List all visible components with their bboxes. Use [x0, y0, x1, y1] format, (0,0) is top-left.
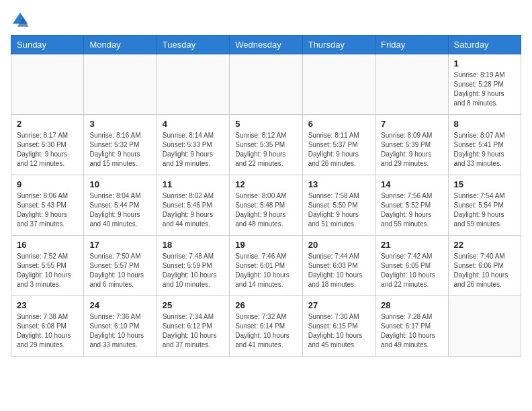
day-info: Sunrise: 8:11 AM Sunset: 5:37 PM Dayligh…	[308, 131, 369, 169]
calendar-cell: 10Sunrise: 8:04 AM Sunset: 5:44 PM Dayli…	[84, 175, 157, 236]
calendar-header-friday: Friday	[375, 36, 448, 54]
calendar-cell: 28Sunrise: 7:28 AM Sunset: 6:17 PM Dayli…	[375, 296, 448, 357]
day-info: Sunrise: 7:30 AM Sunset: 6:15 PM Dayligh…	[308, 312, 369, 350]
calendar-cell: 24Sunrise: 7:36 AM Sunset: 6:10 PM Dayli…	[84, 296, 157, 357]
day-number: 2	[17, 119, 78, 129]
day-number: 20	[308, 240, 369, 250]
page-header	[11, 11, 521, 30]
day-number: 11	[163, 179, 224, 189]
calendar-cell: 4Sunrise: 8:14 AM Sunset: 5:33 PM Daylig…	[157, 115, 229, 175]
day-info: Sunrise: 8:14 AM Sunset: 5:33 PM Dayligh…	[163, 131, 224, 169]
day-number: 3	[89, 119, 150, 129]
day-info: Sunrise: 7:42 AM Sunset: 6:05 PM Dayligh…	[381, 252, 442, 289]
day-info: Sunrise: 7:48 AM Sunset: 5:59 PM Dayligh…	[163, 252, 224, 289]
calendar-cell	[448, 296, 521, 357]
day-info: Sunrise: 7:28 AM Sunset: 6:17 PM Dayligh…	[381, 312, 442, 350]
day-number: 27	[308, 300, 369, 310]
day-info: Sunrise: 8:06 AM Sunset: 5:43 PM Dayligh…	[17, 191, 78, 229]
calendar-cell: 3Sunrise: 8:16 AM Sunset: 5:32 PM Daylig…	[84, 115, 157, 175]
day-number: 15	[454, 179, 515, 189]
calendar-cell: 5Sunrise: 8:12 AM Sunset: 5:35 PM Daylig…	[230, 115, 302, 175]
calendar-cell: 27Sunrise: 7:30 AM Sunset: 6:15 PM Dayli…	[302, 296, 375, 357]
calendar-cell: 2Sunrise: 8:17 AM Sunset: 5:30 PM Daylig…	[11, 115, 84, 175]
calendar-cell: 26Sunrise: 7:32 AM Sunset: 6:14 PM Dayli…	[230, 296, 302, 357]
day-info: Sunrise: 7:46 AM Sunset: 6:01 PM Dayligh…	[235, 252, 296, 289]
day-info: Sunrise: 7:54 AM Sunset: 5:54 PM Dayligh…	[454, 191, 515, 229]
calendar-cell	[230, 54, 302, 115]
calendar-cell: 6Sunrise: 8:11 AM Sunset: 5:37 PM Daylig…	[302, 115, 375, 175]
calendar-cell: 9Sunrise: 8:06 AM Sunset: 5:43 PM Daylig…	[11, 175, 84, 236]
logo-icon	[11, 11, 30, 30]
day-number: 6	[308, 119, 369, 129]
calendar-header-sunday: Sunday	[11, 36, 84, 54]
day-number: 23	[17, 300, 78, 310]
calendar-cell	[375, 54, 448, 115]
day-number: 24	[89, 300, 150, 310]
day-info: Sunrise: 8:00 AM Sunset: 5:48 PM Dayligh…	[235, 191, 296, 229]
day-info: Sunrise: 8:19 AM Sunset: 5:28 PM Dayligh…	[454, 71, 515, 108]
day-info: Sunrise: 8:07 AM Sunset: 5:41 PM Dayligh…	[454, 131, 515, 169]
calendar-cell: 7Sunrise: 8:09 AM Sunset: 5:39 PM Daylig…	[375, 115, 448, 175]
day-info: Sunrise: 7:50 AM Sunset: 5:57 PM Dayligh…	[89, 252, 150, 289]
day-info: Sunrise: 7:34 AM Sunset: 6:12 PM Dayligh…	[163, 312, 224, 350]
day-number: 26	[235, 300, 296, 310]
calendar-week-0: 1Sunrise: 8:19 AM Sunset: 5:28 PM Daylig…	[11, 54, 521, 115]
calendar-week-3: 16Sunrise: 7:52 AM Sunset: 5:55 PM Dayli…	[11, 236, 521, 296]
day-info: Sunrise: 8:04 AM Sunset: 5:44 PM Dayligh…	[89, 191, 150, 229]
calendar-cell: 21Sunrise: 7:42 AM Sunset: 6:05 PM Dayli…	[375, 236, 448, 296]
calendar-cell: 19Sunrise: 7:46 AM Sunset: 6:01 PM Dayli…	[230, 236, 302, 296]
day-info: Sunrise: 8:16 AM Sunset: 5:32 PM Dayligh…	[89, 131, 150, 169]
calendar-cell: 12Sunrise: 8:00 AM Sunset: 5:48 PM Dayli…	[230, 175, 302, 236]
day-info: Sunrise: 7:56 AM Sunset: 5:52 PM Dayligh…	[381, 191, 442, 229]
day-info: Sunrise: 7:36 AM Sunset: 6:10 PM Dayligh…	[89, 312, 150, 350]
calendar-cell: 8Sunrise: 8:07 AM Sunset: 5:41 PM Daylig…	[448, 115, 521, 175]
day-number: 12	[235, 179, 296, 189]
day-info: Sunrise: 8:09 AM Sunset: 5:39 PM Dayligh…	[381, 131, 442, 169]
day-number: 4	[163, 119, 224, 129]
day-number: 21	[381, 240, 442, 250]
calendar-header-row: SundayMondayTuesdayWednesdayThursdayFrid…	[11, 36, 521, 54]
calendar-cell: 13Sunrise: 7:58 AM Sunset: 5:50 PM Dayli…	[302, 175, 375, 236]
day-number: 16	[17, 240, 78, 250]
calendar-cell	[302, 54, 375, 115]
day-info: Sunrise: 7:38 AM Sunset: 6:08 PM Dayligh…	[17, 312, 78, 350]
day-number: 14	[381, 179, 442, 189]
calendar-cell: 14Sunrise: 7:56 AM Sunset: 5:52 PM Dayli…	[375, 175, 448, 236]
calendar-week-4: 23Sunrise: 7:38 AM Sunset: 6:08 PM Dayli…	[11, 296, 521, 357]
calendar-header-monday: Monday	[84, 36, 157, 54]
calendar-cell: 17Sunrise: 7:50 AM Sunset: 5:57 PM Dayli…	[84, 236, 157, 296]
day-number: 5	[235, 119, 296, 129]
day-number: 8	[454, 119, 515, 129]
calendar-cell: 23Sunrise: 7:38 AM Sunset: 6:08 PM Dayli…	[11, 296, 84, 357]
day-number: 10	[89, 179, 150, 189]
day-info: Sunrise: 8:12 AM Sunset: 5:35 PM Dayligh…	[235, 131, 296, 169]
day-number: 1	[454, 58, 515, 68]
calendar-cell: 16Sunrise: 7:52 AM Sunset: 5:55 PM Dayli…	[11, 236, 84, 296]
day-info: Sunrise: 7:32 AM Sunset: 6:14 PM Dayligh…	[235, 312, 296, 350]
calendar-header-wednesday: Wednesday	[230, 36, 302, 54]
calendar-cell: 22Sunrise: 7:40 AM Sunset: 6:06 PM Dayli…	[448, 236, 521, 296]
calendar-cell	[84, 54, 157, 115]
calendar-cell: 25Sunrise: 7:34 AM Sunset: 6:12 PM Dayli…	[157, 296, 229, 357]
day-number: 22	[454, 240, 515, 250]
calendar-cell: 11Sunrise: 8:02 AM Sunset: 5:46 PM Dayli…	[157, 175, 229, 236]
day-number: 28	[381, 300, 442, 310]
day-info: Sunrise: 7:44 AM Sunset: 6:03 PM Dayligh…	[308, 252, 369, 289]
calendar-header-saturday: Saturday	[448, 36, 521, 54]
calendar-cell: 15Sunrise: 7:54 AM Sunset: 5:54 PM Dayli…	[448, 175, 521, 236]
calendar-week-2: 9Sunrise: 8:06 AM Sunset: 5:43 PM Daylig…	[11, 175, 521, 236]
day-number: 25	[163, 300, 224, 310]
calendar-cell: 18Sunrise: 7:48 AM Sunset: 5:59 PM Dayli…	[157, 236, 229, 296]
day-number: 18	[163, 240, 224, 250]
calendar-cell: 1Sunrise: 8:19 AM Sunset: 5:28 PM Daylig…	[448, 54, 521, 115]
calendar-cell	[11, 54, 84, 115]
calendar-week-1: 2Sunrise: 8:17 AM Sunset: 5:30 PM Daylig…	[11, 115, 521, 175]
day-info: Sunrise: 7:40 AM Sunset: 6:06 PM Dayligh…	[454, 252, 515, 289]
day-info: Sunrise: 8:17 AM Sunset: 5:30 PM Dayligh…	[17, 131, 78, 169]
day-info: Sunrise: 8:02 AM Sunset: 5:46 PM Dayligh…	[163, 191, 224, 229]
calendar-cell	[157, 54, 229, 115]
logo[interactable]	[11, 11, 32, 30]
day-info: Sunrise: 7:58 AM Sunset: 5:50 PM Dayligh…	[308, 191, 369, 229]
day-number: 7	[381, 119, 442, 129]
day-info: Sunrise: 7:52 AM Sunset: 5:55 PM Dayligh…	[17, 252, 78, 289]
